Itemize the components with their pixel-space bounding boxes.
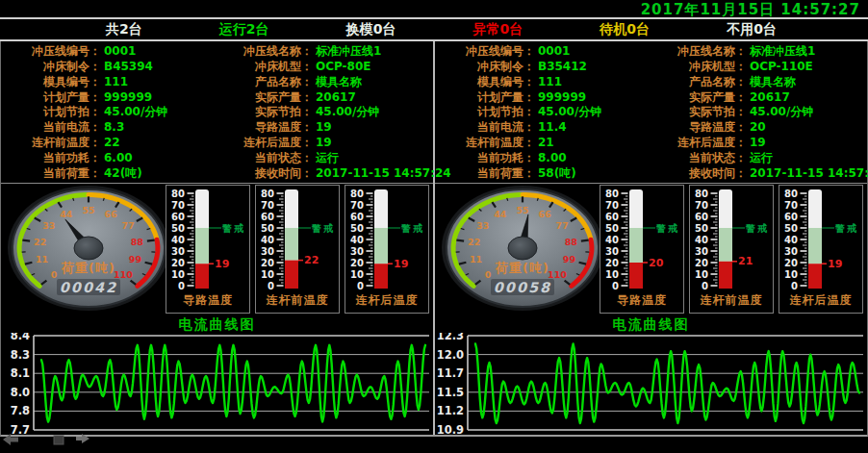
thermo-safe-zone — [285, 228, 298, 261]
info-column-1: 冲压线编号：0001冲床制令：B45394模具编号：111计划产量：999999… — [1, 44, 217, 181]
info-row: 冲压线编号：0001 — [435, 44, 651, 59]
datetime-text: 2017年11月15日 14:57:27 — [641, 1, 860, 18]
thermo-fill — [374, 264, 388, 289]
info-value: 0001 — [535, 44, 570, 58]
thermo-scale-label: 10 — [171, 269, 185, 280]
info-value: 2017-11-15 14:57:24 — [747, 166, 868, 180]
thermo-scale-label: 30 — [695, 246, 708, 257]
info-row: 当前状态：运行 — [217, 151, 433, 165]
chart-ytick-label: 10.9 — [437, 423, 464, 435]
gauge-tick-label: 110 — [114, 269, 133, 280]
info-value: 运行 — [313, 151, 339, 164]
load-gauge: 0112233445566778899110荷重(吨)00058 — [437, 184, 608, 316]
thermo-safe-zone — [629, 228, 643, 263]
thermo-fill — [808, 264, 822, 289]
chart-title: 电流曲线图 — [435, 316, 867, 333]
info-value: 19 — [313, 136, 332, 149]
info-row: 冲床制令：B45394 — [1, 60, 217, 74]
back-arrow-icon[interactable] — [2, 432, 19, 450]
thermo-label: 导路温度 — [183, 293, 233, 307]
info-row: 计划节拍：45.00/分钟 — [435, 105, 651, 119]
info-row: 计划产量：999999 — [435, 90, 651, 105]
thermo-scale-label: 40 — [350, 235, 364, 245]
info-value: 标准冲压线1 — [313, 44, 381, 58]
info-row: 当前功耗：6.00 — [1, 151, 217, 165]
chart-ytick-label: 7.8 — [11, 404, 30, 417]
current-chart-section: 电流曲线图12.312.011.711.511.210.9 — [435, 316, 867, 435]
info-row: 当前荷重：58(吨) — [435, 166, 651, 181]
info-label: 冲床机型： — [651, 60, 747, 74]
info-row: 模具编号：111 — [435, 75, 651, 89]
info-value: 999999 — [535, 90, 586, 104]
thermo-scale-label: 70 — [171, 200, 185, 211]
info-row: 连杆前温度：21 — [435, 136, 651, 150]
thermo-scale-label: 0 — [791, 281, 798, 291]
thermo-scale-label: 60 — [261, 212, 274, 222]
current-chart-section: 电流曲线图8.48.38.18.07.87.7 — [1, 316, 433, 435]
status-bar: 共2台运行2台换模0台异常0台待机0台不用0台 — [0, 19, 868, 41]
info-label: 冲床机型： — [217, 60, 313, 74]
info-label: 模具编号： — [435, 75, 535, 89]
info-label: 产品名称： — [217, 75, 313, 89]
main-area: 冲压线编号：0001冲床制令：B45394模具编号：111计划产量：999999… — [0, 41, 868, 437]
info-value: 58(吨) — [535, 166, 576, 180]
thermo-scale-label: 10 — [784, 269, 798, 280]
thermo-scale-label: 20 — [261, 258, 274, 268]
info-value: 标准冲压线1 — [747, 44, 815, 58]
thermo-scale-label: 50 — [784, 223, 798, 234]
info-value: 22 — [101, 136, 120, 149]
gauge-hub — [508, 237, 537, 260]
info-label: 冲压线编号： — [435, 44, 535, 59]
info-value: 8.00 — [535, 151, 567, 164]
info-label: 连杆后温度： — [217, 136, 313, 150]
forward-arrow-icon[interactable] — [75, 430, 90, 448]
info-row: 冲床制令：B35412 — [435, 60, 651, 74]
info-label: 冲压线名称： — [651, 44, 747, 59]
thermo-fill — [719, 262, 732, 289]
gauge-tick-label: 99 — [563, 254, 575, 264]
info-value: OCP-80E — [313, 60, 370, 73]
thermo-warn-label: 警戒 — [834, 223, 858, 234]
info-row: 实际产量：20617 — [217, 90, 433, 105]
info-value: 45.00/分钟 — [535, 105, 601, 118]
bottom-bar — [0, 437, 868, 448]
info-row: 当前状态：运行 — [651, 151, 867, 165]
thermo-scale-label: 50 — [350, 223, 364, 234]
thermometer-连杆后温度: 80706050403020100警戒19连杆后温度 — [345, 185, 429, 314]
info-label: 实际节拍： — [651, 105, 747, 119]
gauge-lcd-value: 00058 — [494, 280, 551, 295]
thermo-warn-label: 警戒 — [311, 223, 335, 234]
thermo-scale-label: 20 — [784, 258, 798, 268]
gauge-tick-label: 0 — [485, 269, 492, 280]
thermometer-导路温度: 80706050403020100警戒19导路温度 — [166, 185, 250, 314]
info-label: 计划节拍： — [1, 105, 101, 119]
gauge-tick-label: 66 — [105, 209, 118, 219]
thermometer-svg: 80706050403020100警戒19连杆后温度 — [345, 186, 428, 313]
gauge-lcd-value: 00042 — [60, 280, 117, 295]
thermo-scale-label: 70 — [261, 200, 274, 211]
info-value: 45.00/分钟 — [101, 105, 167, 118]
info-row: 冲压线名称：标准冲压线1 — [217, 44, 433, 59]
thermo-scale-label: 30 — [261, 246, 274, 257]
info-row: 产品名称：模具名称 — [217, 75, 433, 89]
info-label: 计划产量： — [1, 90, 101, 105]
thermo-scale-label: 10 — [695, 269, 708, 280]
thermo-scale-label: 40 — [171, 235, 185, 245]
gauge-tick-label: 33 — [476, 220, 489, 231]
info-row: 实际节拍：45.00/分钟 — [217, 105, 433, 119]
gauge-tick-label: 110 — [548, 269, 567, 280]
thermo-value: 19 — [828, 258, 842, 270]
info-row: 冲床机型：OCP-80E — [217, 60, 433, 74]
page-icon[interactable] — [53, 431, 64, 449]
info-row: 连杆前温度：22 — [1, 136, 217, 150]
datetime-bar: 2017年11月15日 14:57:27 — [0, 0, 868, 19]
thermo-label: 连杆前温度 — [701, 293, 763, 307]
info-label: 连杆前温度： — [1, 136, 101, 150]
thermometer-svg: 80706050403020100警戒22连杆前温度 — [256, 186, 339, 313]
status-item-4: 待机0台 — [600, 21, 650, 38]
chart-ytick-label: 11.7 — [437, 366, 464, 380]
info-label: 当前电流： — [1, 120, 101, 135]
thermo-fill — [629, 263, 643, 289]
info-row: 导路温度：19 — [217, 120, 433, 135]
gauge-tick-label: 66 — [539, 209, 552, 219]
